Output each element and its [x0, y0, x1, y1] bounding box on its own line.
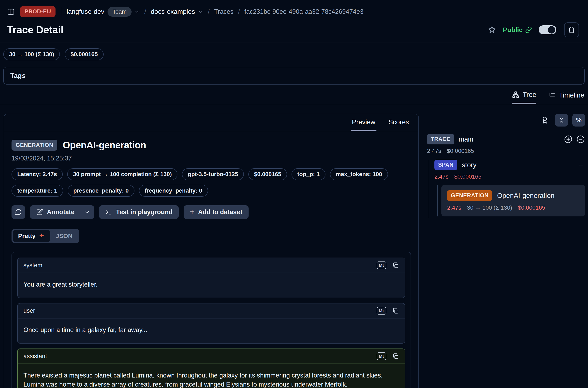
trace-tree: % TRACE main 2.47s $0.000165 SPAN story …: [427, 114, 586, 218]
breadcrumb: PROD-EU langfuse-dev Team / docs-example…: [0, 0, 588, 22]
message-content: Once upon a time in a galaxy far, far aw…: [18, 318, 405, 343]
tab-preview[interactable]: Preview: [351, 114, 377, 131]
markdown-toggle-icon[interactable]: M↓: [377, 307, 386, 315]
plus-icon: +: [190, 207, 194, 216]
copy-icon[interactable]: [392, 353, 399, 360]
message-assistant: assistant M↓ There existed a majestic pl…: [17, 348, 405, 388]
breadcrumb-trace-id: fac231bc-90ee-490a-aa32-78c4269474e3: [245, 8, 363, 15]
terminal-icon: [105, 209, 112, 216]
generation-tokens: 30 → 100 (Σ 130): [467, 204, 512, 211]
delete-trace-button[interactable]: [564, 23, 579, 37]
message-role: user: [23, 307, 35, 314]
breadcrumb-slash: /: [144, 8, 146, 16]
copy-icon[interactable]: [392, 307, 399, 314]
expand-all-icon[interactable]: [564, 135, 573, 144]
comment-button[interactable]: [12, 205, 25, 219]
message-role: assistant: [23, 353, 47, 360]
sidebar-toggle-icon[interactable]: [7, 8, 15, 16]
trace-name: main: [459, 135, 474, 143]
model-badge[interactable]: gpt-3.5-turbo-0125: [182, 168, 244, 180]
breadcrumb-separator: [61, 7, 61, 16]
max-tokens-badge: max_tokens: 100: [330, 168, 388, 180]
breadcrumb-slash: /: [238, 8, 240, 16]
messages-container: system M↓ You are a great storyteller. u…: [12, 252, 411, 388]
tab-scores[interactable]: Scores: [387, 114, 410, 131]
trace-badge: TRACE: [427, 134, 454, 145]
public-label: Public: [503, 26, 523, 34]
breadcrumb-org[interactable]: langfuse-dev: [67, 8, 104, 15]
span-name: story: [462, 161, 476, 169]
tab-tree-label: Tree: [523, 91, 536, 98]
playground-label: Test in playground: [116, 208, 173, 216]
tags-field[interactable]: Tags: [3, 67, 585, 85]
public-link[interactable]: Public: [503, 26, 532, 34]
observation-timestamp: 19/03/2024, 15:25:37: [12, 155, 411, 162]
markdown-toggle-icon[interactable]: M↓: [377, 262, 386, 269]
message-content: You are a great storyteller.: [18, 273, 405, 298]
tokens-badge: 30 prompt → 100 completion (Σ 130): [67, 168, 178, 180]
timeline-icon: [548, 92, 556, 99]
generation-name: OpenAI-generation: [497, 192, 554, 199]
message-role: system: [23, 262, 42, 269]
breadcrumb-project[interactable]: docs-examples: [151, 8, 195, 15]
chevron-down-icon[interactable]: [134, 9, 140, 15]
presence-penalty-badge: presence_penalty: 0: [68, 185, 135, 197]
trace-latency: 2.47s: [427, 148, 441, 154]
tree-row-span[interactable]: SPAN story −: [434, 160, 585, 170]
environment-badge[interactable]: PROD-EU: [20, 6, 55, 17]
annotate-split-button: Annotate: [30, 205, 94, 219]
trace-tokens-badge: 30 → 100 (Σ 130): [3, 48, 60, 60]
generation-latency: 2.47s: [447, 204, 461, 211]
message-user: user M↓ Once upon a time in a galaxy far…: [17, 303, 405, 343]
breadcrumb-traces[interactable]: Traces: [214, 8, 234, 15]
tree-row-trace[interactable]: TRACE main: [427, 134, 585, 145]
collapse-node-icon[interactable]: −: [578, 161, 585, 169]
tab-timeline[interactable]: Timeline: [548, 91, 584, 104]
pretty-label: Pretty: [18, 232, 36, 240]
span-cost: $0.000165: [454, 173, 481, 180]
assistant-paragraph: There existed a majestic planet called L…: [23, 371, 399, 388]
sparkles-icon: [38, 232, 45, 240]
tab-timeline-label: Timeline: [559, 91, 584, 99]
temperature-badge: temperature: 1: [12, 185, 63, 197]
observation-type-badge: GENERATION: [12, 140, 57, 151]
collapse-all-icon[interactable]: [576, 135, 585, 144]
metrics-toggle-button[interactable]: %: [572, 114, 585, 126]
annotate-button[interactable]: Annotate: [30, 205, 80, 219]
test-in-playground-button[interactable]: Test in playground: [99, 205, 179, 219]
copy-icon[interactable]: [392, 262, 399, 269]
format-json-button[interactable]: JSON: [50, 230, 78, 242]
cost-badge: $0.000165: [248, 168, 287, 180]
trace-cost-badge: $0.000165: [65, 48, 103, 60]
breadcrumb-slash: /: [208, 8, 209, 16]
link-icon: [525, 26, 532, 33]
tags-label: Tags: [10, 72, 26, 79]
format-pretty-button[interactable]: Pretty: [13, 230, 50, 242]
span-latency: 2.47s: [434, 173, 449, 180]
format-toggle: Pretty JSON: [12, 229, 79, 243]
chevron-down-icon[interactable]: [197, 9, 203, 15]
public-toggle[interactable]: [539, 25, 556, 34]
tab-tree[interactable]: Tree: [512, 91, 536, 104]
star-icon[interactable]: [488, 25, 496, 34]
message-content: There existed a majestic planet called L…: [18, 364, 405, 388]
org-type-badge: Team: [108, 7, 131, 17]
add-to-dataset-label: Add to dataset: [198, 208, 242, 216]
message-system: system M↓ You are a great storyteller.: [17, 258, 405, 298]
tree-icon: [512, 91, 519, 98]
annotate-label: Annotate: [47, 208, 74, 216]
markdown-toggle-icon[interactable]: M↓: [377, 352, 386, 360]
page-title: Trace Detail: [7, 24, 64, 36]
observation-title: OpenAI-generation: [63, 140, 146, 151]
annotate-dropdown-button[interactable]: [80, 205, 94, 219]
span-badge: SPAN: [434, 160, 457, 170]
edit-icon: [36, 209, 43, 216]
tree-row-generation-selected[interactable]: GENERATION OpenAI-generation 2.47s 30 → …: [441, 185, 585, 217]
generation-cost: $0.000165: [518, 204, 545, 211]
collapse-all-button[interactable]: [555, 114, 568, 126]
generation-badge: GENERATION: [447, 190, 492, 201]
add-to-dataset-button[interactable]: + Add to dataset: [184, 205, 249, 219]
toggle-knob: [548, 26, 555, 34]
top-p-badge: top_p: 1: [292, 168, 325, 180]
annotate-queue-icon[interactable]: [541, 116, 549, 124]
